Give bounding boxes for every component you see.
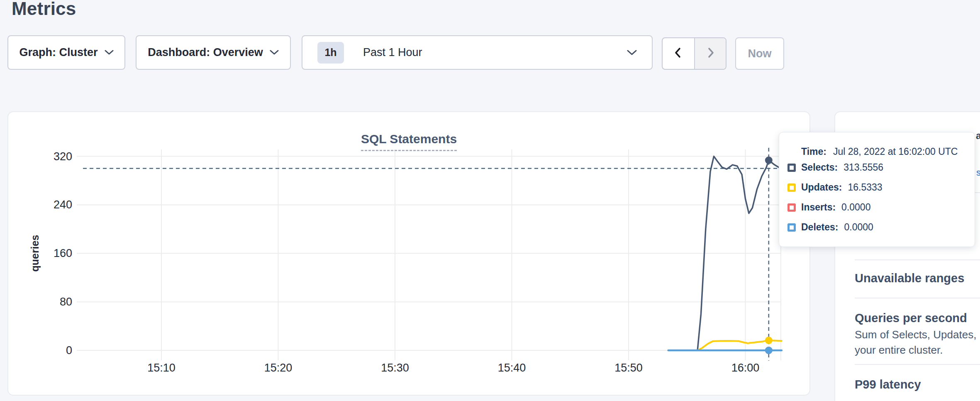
x-tick-label: 15:10 bbox=[137, 360, 186, 375]
time-range-badge: 1h bbox=[317, 42, 344, 64]
sidebar-item-description: your entire cluster. bbox=[855, 344, 943, 357]
graph-dropdown-label: Graph: Cluster bbox=[19, 46, 98, 59]
chevron-down-icon bbox=[105, 50, 114, 55]
y-tick-label: 160 bbox=[35, 246, 72, 261]
x-tick-label: 15:30 bbox=[370, 360, 420, 375]
sidebar-divider bbox=[855, 259, 980, 260]
sidebar-divider bbox=[855, 298, 980, 298]
page-title: Metrics bbox=[12, 0, 76, 19]
y-tick-label: 240 bbox=[35, 197, 72, 212]
time-range-label: Past 1 Hour bbox=[363, 46, 422, 59]
dashboard-dropdown[interactable]: Dashboard: Overview bbox=[136, 35, 291, 70]
sidebar-item-unavailable-ranges: Unavailable ranges bbox=[855, 271, 964, 285]
y-tick-label: 320 bbox=[35, 149, 72, 164]
selects-swatch-icon bbox=[787, 164, 796, 172]
y-tick-label: 80 bbox=[35, 294, 72, 309]
sidebar-item-queries-per-second: Queries per second bbox=[855, 311, 967, 325]
time-step-control bbox=[662, 37, 726, 70]
tooltip-series-value: 0.0000 bbox=[841, 202, 870, 213]
tooltip-series-label: Updates: bbox=[801, 182, 842, 193]
next-timeframe-button[interactable] bbox=[694, 38, 726, 69]
x-tick-label: 15:20 bbox=[254, 360, 303, 375]
obscured-link-fragment: s bbox=[976, 167, 980, 178]
chart-title[interactable]: SQL Statements bbox=[361, 132, 457, 151]
previous-timeframe-button[interactable] bbox=[663, 38, 694, 69]
sql-statements-chart-card[interactable] bbox=[7, 111, 810, 396]
chevron-left-icon bbox=[673, 47, 684, 60]
obscured-text-fragment: a bbox=[976, 130, 980, 142]
sidebar-item-description: Sum of Selects, Updates, Inserts and Del… bbox=[855, 328, 980, 341]
y-tick-label: 0 bbox=[35, 343, 72, 358]
graph-dropdown[interactable]: Graph: Cluster bbox=[7, 35, 125, 70]
deletes-swatch-icon bbox=[787, 223, 796, 232]
chevron-down-icon bbox=[627, 50, 637, 56]
tooltip-series-label: Inserts: bbox=[801, 202, 836, 213]
updates-swatch-icon bbox=[787, 183, 796, 192]
tooltip-series-value: 16.5333 bbox=[848, 182, 882, 193]
tooltip-series-value: 313.5556 bbox=[843, 162, 883, 173]
dashboard-dropdown-label: Dashboard: Overview bbox=[148, 46, 263, 59]
chevron-right-icon bbox=[705, 47, 716, 60]
now-button[interactable]: Now bbox=[735, 37, 784, 70]
sidebar-divider bbox=[855, 364, 980, 365]
inserts-swatch-icon bbox=[787, 203, 796, 212]
tooltip-time-value: Jul 28, 2022 at 16:02:00 UTC bbox=[833, 146, 958, 157]
sidebar-item-p99-latency: P99 latency bbox=[855, 378, 921, 391]
chevron-down-icon bbox=[270, 50, 279, 55]
x-tick-label: 15:40 bbox=[487, 360, 537, 375]
x-tick-label: 15:50 bbox=[604, 360, 653, 375]
x-tick-label: 16:00 bbox=[721, 360, 770, 375]
time-range-selector[interactable]: 1h Past 1 Hour bbox=[302, 35, 653, 70]
tooltip-series-value: 0.0000 bbox=[844, 222, 873, 233]
chart-hover-tooltip: Time:Jul 28, 2022 at 16:02:00 UTC Select… bbox=[779, 132, 975, 247]
tooltip-time-label: Time: bbox=[801, 146, 826, 157]
tooltip-series-label: Deletes: bbox=[801, 222, 838, 233]
tooltip-series-label: Selects: bbox=[801, 162, 838, 173]
